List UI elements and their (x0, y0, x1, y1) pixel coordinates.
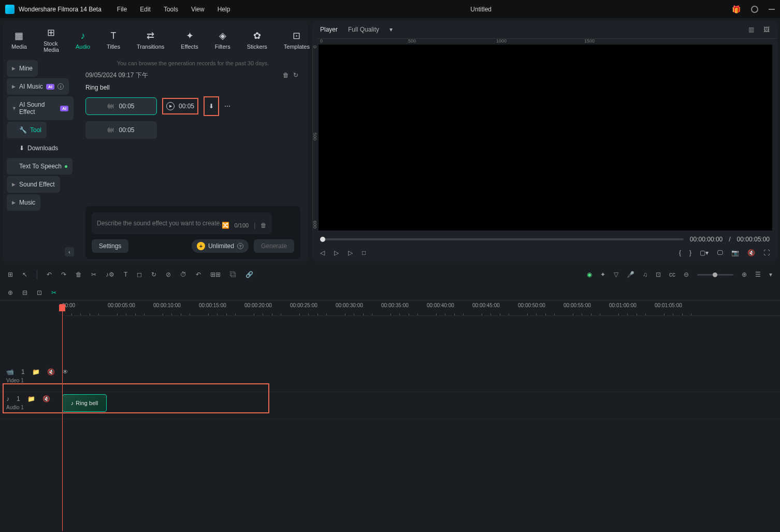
crop-icon[interactable]: ◻ (137, 271, 142, 278)
speed-icon[interactable]: ⊘ (166, 271, 171, 278)
tab-stickers[interactable]: ✿Stickers (246, 25, 268, 55)
volume-icon[interactable]: 🔇 (747, 249, 755, 256)
link-icon[interactable]: 🔗 (245, 271, 253, 278)
download-clip-button[interactable]: ⬇ (209, 103, 214, 110)
tab-transitions[interactable]: ⇄Transitions (136, 25, 165, 55)
menu-tools[interactable]: Tools (164, 6, 178, 13)
more-options-button[interactable]: ⋯ (224, 103, 230, 110)
minimize-icon[interactable] (769, 9, 775, 10)
zoom-in-button[interactable]: ⊕ (742, 271, 747, 278)
menu-view[interactable]: View (191, 6, 205, 13)
prev-frame-button[interactable]: ◁ (320, 249, 325, 256)
gift-icon[interactable]: 🎁 (732, 5, 741, 13)
timeline-ruler[interactable]: 00:0000:00:05:0000:00:10:0000:00:15:0000… (62, 300, 780, 316)
quality-dropdown[interactable]: Full Quality ▾ (348, 26, 393, 33)
folder-icon[interactable]: 📁 (27, 395, 35, 402)
camera-icon[interactable]: 📷 (731, 249, 739, 256)
audio-clip-2[interactable]: 00:05 (85, 121, 157, 139)
display-icon[interactable]: 🖵 (717, 249, 723, 256)
settings-button[interactable]: Settings (92, 239, 128, 253)
timeline-audio-clip[interactable]: ♪ Ring bell (62, 394, 107, 412)
audio-clip-1[interactable]: 00:05 (85, 97, 157, 115)
delete-generation-button[interactable]: 🗑 (281, 69, 291, 81)
clear-prompt-button[interactable]: 🗑 (261, 222, 267, 229)
menu-edit[interactable]: Edit (140, 6, 151, 13)
compare-view-icon[interactable]: ▥ (748, 26, 754, 33)
tab-audio[interactable]: ♪Audio (75, 25, 91, 55)
play-controls-highlight: ▶ 00:05 (162, 98, 198, 114)
delete-button[interactable]: 🗑 (76, 271, 82, 278)
sidebar-item-mine[interactable]: ▶Mine (7, 60, 38, 77)
snap-icon[interactable]: ✂ (51, 289, 56, 296)
sidebar-item-sound-effect[interactable]: ▶Sound Effect (7, 176, 60, 193)
grid-icon[interactable]: ⊞ (8, 271, 13, 278)
sidebar-item-music[interactable]: ▶Music (7, 194, 40, 211)
stop-button[interactable]: □ (362, 249, 366, 256)
video-track-body[interactable] (62, 365, 780, 392)
play-button[interactable]: ▶ (166, 102, 175, 110)
magnet-icon[interactable]: ⊡ (37, 289, 42, 296)
folder-icon[interactable]: 📁 (32, 368, 40, 376)
group-icon[interactable]: ⊞⊞ (210, 271, 221, 278)
text-tool-icon[interactable]: T (124, 271, 127, 278)
tab-filters[interactable]: ◈Filters (214, 25, 232, 55)
aspect-dropdown[interactable]: ▢▾ (700, 249, 709, 256)
collapse-sidebar-button[interactable]: ‹ (65, 247, 74, 256)
tab-stock-media[interactable]: ⊞Stock Media (42, 25, 60, 55)
cut-button[interactable]: ✂ (91, 271, 96, 278)
redo-button[interactable]: ↷ (61, 271, 66, 278)
zoom-out-button[interactable]: ⊖ (684, 271, 689, 278)
link-tracks-icon[interactable]: ⊟ (22, 289, 27, 296)
marker-icon[interactable]: ▽ (614, 271, 618, 278)
play-button[interactable]: ▷ (334, 249, 339, 256)
sparkle-icon[interactable]: ✦ (600, 271, 605, 278)
shuffle-icon[interactable]: 🔀 (222, 222, 229, 229)
record-icon[interactable] (751, 6, 758, 13)
fullscreen-icon[interactable]: ⛶ (763, 249, 770, 256)
zoom-slider[interactable] (697, 274, 733, 276)
sidebar-item-text-to-speech[interactable]: Text To Speech (7, 158, 73, 175)
menu-help[interactable]: Help (218, 6, 230, 13)
undo-button[interactable]: ↶ (47, 271, 52, 278)
sidebar-item-ai-music[interactable]: ▶AI MusicAIi (7, 78, 69, 95)
list-view-icon[interactable]: ☰ (755, 271, 761, 278)
regenerate-button[interactable]: ↻ (291, 69, 300, 81)
sidebar-item-downloads[interactable]: ⬇Downloads (7, 140, 63, 156)
audio-adjust-icon[interactable]: ♪⚙ (106, 271, 114, 278)
mic-icon[interactable]: 🎤 (627, 271, 634, 278)
timer-icon[interactable]: ⏱ (180, 271, 186, 278)
auto-icon[interactable]: ◉ (587, 271, 592, 278)
sidebar-item-ai-sound-effect[interactable]: ▼AI Sound EffectAI (7, 96, 74, 120)
zoom-knob[interactable] (713, 272, 717, 277)
mute-icon[interactable]: 🔇 (42, 395, 50, 402)
copy-icon[interactable]: ⿻ (230, 271, 236, 278)
preview-canvas[interactable] (319, 45, 772, 231)
playhead[interactable] (62, 308, 63, 531)
unlimited-badge[interactable]: + Unlimited ? (192, 239, 249, 253)
music-tool-icon[interactable]: ♫ (643, 271, 647, 278)
cc-icon[interactable]: cc (669, 271, 675, 278)
scrubber-knob[interactable] (320, 237, 325, 242)
next-frame-button[interactable]: ▷ (348, 249, 353, 256)
snapshot-icon[interactable]: 🖼 (763, 26, 770, 33)
mark-in-button[interactable]: { (679, 249, 681, 256)
tab-effects[interactable]: ✦Effects (180, 25, 199, 55)
mark-out-button[interactable]: } (689, 249, 691, 256)
reverse-icon[interactable]: ↶ (196, 271, 201, 278)
render-icon[interactable]: ⊡ (656, 271, 661, 278)
add-track-icon[interactable]: ⊕ (8, 289, 13, 296)
mute-icon[interactable]: 🔇 (47, 368, 55, 376)
sidebar-item-tool[interactable]: 🔧Tool (7, 122, 47, 138)
tab-media[interactable]: ▦Media (10, 25, 28, 55)
tab-titles[interactable]: TTitles (106, 25, 121, 55)
rotate-icon[interactable]: ↻ (151, 271, 156, 278)
scrubber[interactable] (320, 238, 684, 240)
generate-button[interactable]: Generate (254, 239, 294, 253)
tab-templates[interactable]: ⊡Templates (283, 25, 311, 55)
menu-file[interactable]: File (117, 6, 127, 13)
pointer-icon[interactable]: ↖ (22, 271, 27, 278)
prompt-input[interactable]: Describe the sound effect you want to cr… (92, 212, 272, 234)
dropdown-icon[interactable]: ▾ (769, 271, 772, 278)
player-tab[interactable]: Player (320, 26, 338, 33)
audio-track-body[interactable]: ♪ Ring bell (62, 392, 780, 419)
